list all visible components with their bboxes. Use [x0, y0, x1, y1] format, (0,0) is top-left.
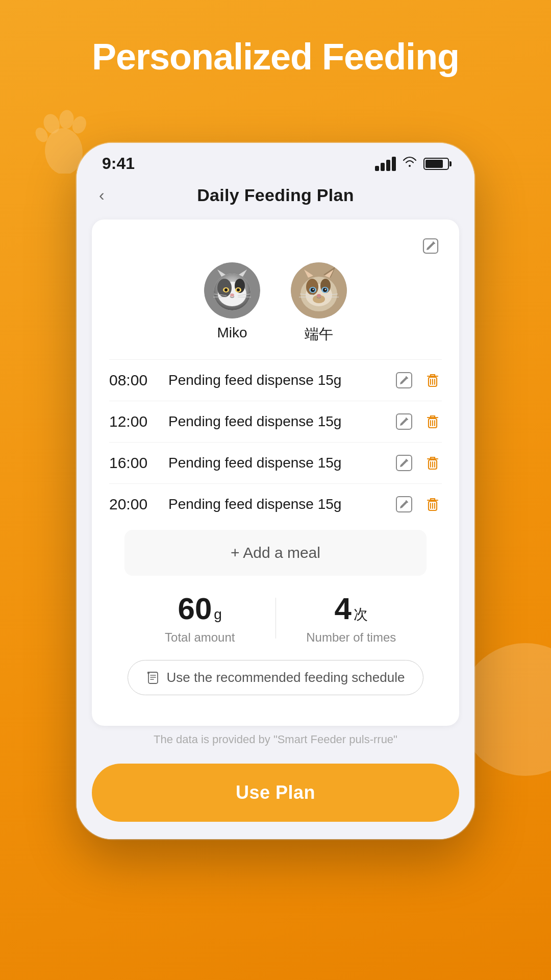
stat-total-unit: g	[214, 606, 222, 623]
feeding-time-4: 20:00	[109, 496, 160, 513]
status-time: 9:41	[102, 154, 135, 173]
pet-item-miko: Miko	[204, 262, 260, 344]
row-actions-3	[395, 454, 442, 472]
svg-point-36	[325, 289, 327, 290]
add-meal-label: + Add a meal	[231, 544, 320, 561]
svg-point-15	[237, 288, 240, 291]
svg-rect-66	[148, 672, 158, 683]
stat-number-times: 4 次 Number of times	[276, 591, 427, 645]
svg-point-37	[317, 294, 321, 297]
stat-times-number: 4	[335, 591, 352, 626]
row-delete-button-3[interactable]	[423, 454, 442, 472]
stat-times-label: Number of times	[306, 630, 396, 645]
feeding-time-2: 12:00	[109, 413, 160, 430]
feeding-desc-4: Pending feed dispense 15g	[168, 496, 387, 512]
feeding-time-1: 08:00	[109, 372, 160, 389]
feeding-time-3: 16:00	[109, 454, 160, 472]
battery-icon	[423, 158, 449, 170]
pet-name-duanwu: 端午	[305, 325, 333, 344]
row-edit-button-4[interactable]	[395, 495, 413, 513]
feeding-schedule: 08:00 Pending feed dispense 15g	[109, 359, 442, 525]
pet-avatar-duanwu[interactable]	[291, 262, 347, 318]
stat-total-value-row: 60 g	[178, 591, 222, 626]
row-delete-button-2[interactable]	[423, 412, 442, 431]
svg-point-16	[230, 293, 234, 297]
back-button[interactable]: ‹	[99, 186, 105, 205]
row-delete-button-1[interactable]	[423, 371, 442, 389]
stat-times-value-row: 4 次	[335, 591, 368, 626]
pets-row: Miko	[109, 262, 442, 344]
row-edit-button-1[interactable]	[395, 371, 413, 389]
edit-icon[interactable]	[419, 235, 442, 257]
signal-icon	[375, 157, 396, 171]
feeding-row-4: 20:00 Pending feed dispense 15g	[109, 483, 442, 525]
use-plan-label: Use Plan	[236, 782, 315, 803]
add-meal-button[interactable]: + Add a meal	[124, 530, 427, 576]
feeding-row-2: 12:00 Pending feed dispense 15g	[109, 401, 442, 442]
feeding-desc-3: Pending feed dispense 15g	[168, 455, 387, 471]
pet-item-duanwu: 端午	[291, 262, 347, 344]
data-source: The data is provided by "Smart Feeder pu…	[77, 726, 474, 758]
status-bar: 9:41	[77, 143, 474, 178]
svg-point-35	[313, 289, 314, 290]
row-edit-button-3[interactable]	[395, 454, 413, 472]
row-actions-2	[395, 412, 442, 431]
row-actions-1	[395, 371, 442, 389]
nav-bar: ‹ Daily Feeding Plan	[77, 178, 474, 214]
recommend-label: Use the recommended feeding schedule	[167, 670, 405, 685]
row-edit-button-2[interactable]	[395, 412, 413, 431]
stat-total-amount: 60 g Total amount	[124, 591, 276, 645]
recommend-schedule-button[interactable]: Use the recommended feeding schedule	[128, 660, 424, 695]
pet-name-miko: Miko	[217, 325, 247, 341]
feeding-row-3: 16:00 Pending feed dispense 15g	[109, 442, 442, 483]
stat-total-label: Total amount	[165, 630, 235, 645]
row-delete-button-4[interactable]	[423, 495, 442, 513]
page-title: Personalized Feeding	[0, 36, 551, 78]
feeding-row-1: 08:00 Pending feed dispense 15g	[109, 359, 442, 401]
main-content-card: Miko	[92, 219, 459, 726]
svg-point-1	[59, 109, 74, 129]
phone-mockup: 9:41 ‹ Daily Feeding Plan	[77, 143, 474, 839]
feeding-desc-1: Pending feed dispense 15g	[168, 372, 387, 388]
stats-row: 60 g Total amount 4 次 Number of times	[109, 576, 442, 655]
use-plan-button[interactable]: Use Plan	[92, 764, 459, 822]
nav-title: Daily Feeding Plan	[197, 185, 354, 205]
feeding-desc-2: Pending feed dispense 15g	[168, 413, 387, 430]
edit-icon-row	[109, 235, 442, 257]
wifi-icon	[402, 156, 417, 172]
stat-total-number: 60	[178, 591, 212, 626]
status-icons	[375, 156, 449, 172]
recommend-icon	[146, 671, 161, 685]
svg-rect-70	[147, 672, 149, 674]
pet-avatar-miko[interactable]	[204, 262, 260, 318]
row-actions-4	[395, 495, 442, 513]
svg-point-14	[224, 288, 228, 291]
bottom-section: Use Plan	[77, 764, 474, 839]
stat-times-unit: 次	[354, 605, 368, 624]
